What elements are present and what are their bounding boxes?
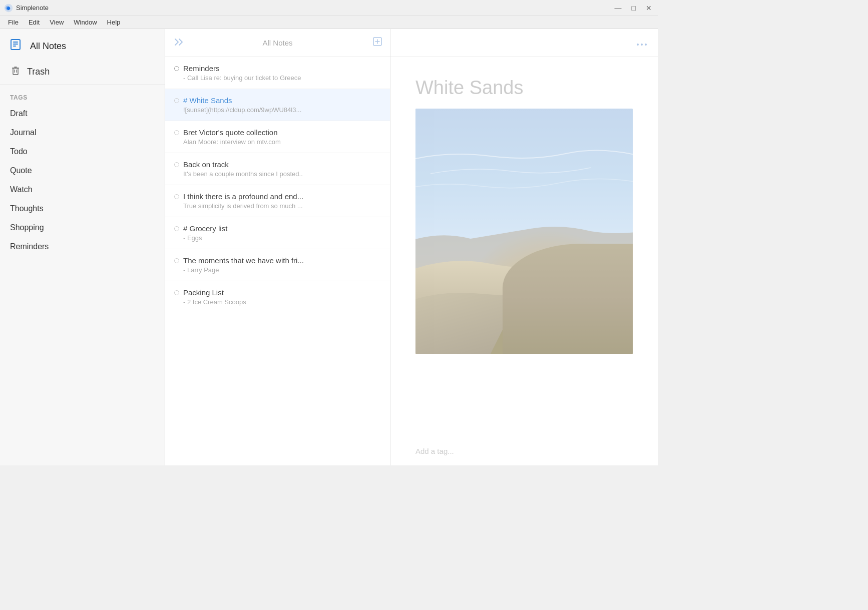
note-title: The moments that we have with fri...	[183, 256, 304, 265]
note-item-header: I think there is a profound and end...	[174, 192, 381, 201]
note-item[interactable]: Packing List - 2 Ice Cream Scoops	[165, 281, 390, 313]
sidebar-item-all-notes[interactable]: All Notes	[0, 29, 165, 59]
window-controls: — □ ✕	[613, 4, 654, 13]
notes-list-header	[165, 29, 390, 57]
editor-panel: White Sands	[390, 29, 658, 465]
notes-list-search[interactable]	[188, 39, 367, 47]
sidebar-item-trash[interactable]: Trash	[0, 59, 165, 85]
close-button[interactable]: ✕	[644, 4, 654, 13]
sidebar-item-todo[interactable]: Todo	[0, 142, 165, 161]
menu-window[interactable]: Window	[70, 18, 101, 27]
pin-icon	[174, 194, 179, 199]
note-title: Packing List	[183, 288, 224, 297]
svg-rect-5	[13, 68, 18, 75]
menu-bar: File Edit View Window Help	[0, 16, 658, 29]
note-item-header: # Grocery list	[174, 224, 381, 233]
sidebar-item-watch[interactable]: Watch	[0, 180, 165, 199]
note-item-header: Packing List	[174, 288, 381, 297]
note-item[interactable]: Reminders - Call Lisa re: buying our tic…	[165, 57, 390, 89]
note-snippet: - Call Lisa re: buying our ticket to Gre…	[174, 74, 381, 82]
notes-list: Reminders - Call Lisa re: buying our tic…	[165, 57, 390, 465]
note-item[interactable]: Bret Victor's quote collection Alan Moor…	[165, 121, 390, 153]
editor-tag-area: Add a tag...	[415, 447, 633, 455]
svg-point-14	[641, 44, 643, 46]
svg-point-13	[637, 44, 639, 46]
note-item[interactable]: I think there is a profound and end... T…	[165, 185, 390, 217]
pin-icon	[174, 258, 179, 263]
note-item[interactable]: # White Sands ![sunset](https://cldup.co…	[165, 89, 390, 121]
note-item[interactable]: The moments that we have with fri... - L…	[165, 249, 390, 281]
editor-title: White Sands	[390, 57, 658, 109]
note-title: Bret Victor's quote collection	[183, 128, 278, 137]
note-item-header: # White Sands	[174, 96, 381, 105]
all-notes-label: All Notes	[30, 41, 66, 52]
note-snippet: - Eggs	[174, 234, 381, 242]
app-icon	[4, 4, 13, 13]
note-title: Back on track	[183, 160, 229, 169]
note-title: I think there is a profound and end...	[183, 192, 303, 201]
back-button[interactable]	[172, 37, 183, 49]
svg-rect-3	[13, 44, 18, 45]
note-title: # White Sands	[183, 96, 232, 105]
note-item-header: The moments that we have with fri...	[174, 256, 381, 265]
menu-file[interactable]: File	[4, 18, 23, 27]
editor-content: White Sands	[390, 57, 658, 465]
trash-icon	[10, 65, 21, 79]
note-title: Reminders	[183, 64, 220, 73]
note-item[interactable]: # Grocery list - Eggs	[165, 217, 390, 249]
pin-icon	[174, 130, 179, 135]
tags-heading: TAGS	[0, 90, 165, 104]
menu-view[interactable]: View	[46, 18, 68, 27]
app-title-area: Simplenote	[4, 4, 49, 13]
new-note-button[interactable]	[372, 36, 383, 50]
app-title: Simplenote	[16, 4, 49, 12]
sidebar-item-journal[interactable]: Journal	[0, 123, 165, 142]
pin-icon	[174, 226, 179, 231]
sidebar-item-draft[interactable]: Draft	[0, 104, 165, 123]
notes-list-panel: Reminders - Call Lisa re: buying our tic…	[165, 29, 390, 465]
sidebar-item-thoughts[interactable]: Thoughts	[0, 199, 165, 218]
maximize-button[interactable]: □	[630, 4, 638, 13]
title-bar: Simplenote — □ ✕	[0, 0, 658, 16]
pin-icon	[174, 66, 179, 71]
editor-toolbar	[390, 29, 658, 57]
minimize-button[interactable]: —	[613, 4, 624, 13]
svg-rect-4	[13, 46, 16, 47]
sidebar-item-shopping[interactable]: Shopping	[0, 218, 165, 237]
app-body: All Notes Trash TAGS Draft Journal Todo …	[0, 29, 658, 465]
svg-rect-2	[13, 42, 18, 43]
trash-label: Trash	[27, 67, 50, 77]
note-snippet: ![sunset](https://cldup.com/9wpWU84l3...	[174, 106, 381, 114]
menu-edit[interactable]: Edit	[25, 18, 44, 27]
note-snippet: True simplicity is derived from so much …	[174, 202, 381, 210]
pin-icon	[174, 98, 179, 103]
menu-help[interactable]: Help	[103, 18, 125, 27]
editor-options-button[interactable]	[634, 36, 650, 50]
note-snippet: It's been a couple months since I posted…	[174, 170, 381, 178]
note-snippet: Alan Moore: interview on mtv.com	[174, 138, 381, 146]
pin-icon	[174, 290, 179, 295]
note-snippet: - Larry Page	[174, 266, 381, 274]
note-item-header: Bret Victor's quote collection	[174, 128, 381, 137]
note-item-header: Back on track	[174, 160, 381, 169]
note-title: # Grocery list	[183, 224, 227, 233]
pin-icon	[174, 162, 179, 167]
editor-image	[415, 109, 633, 354]
sidebar-item-reminders[interactable]: Reminders	[0, 237, 165, 256]
sidebar: All Notes Trash TAGS Draft Journal Todo …	[0, 29, 165, 465]
note-snippet: - 2 Ice Cream Scoops	[174, 298, 381, 306]
all-notes-icon	[10, 39, 24, 53]
note-item[interactable]: Back on track It's been a couple months …	[165, 153, 390, 185]
sidebar-item-quote[interactable]: Quote	[0, 161, 165, 180]
tag-placeholder[interactable]: Add a tag...	[415, 447, 454, 455]
note-item-header: Reminders	[174, 64, 381, 73]
svg-point-15	[645, 44, 647, 46]
